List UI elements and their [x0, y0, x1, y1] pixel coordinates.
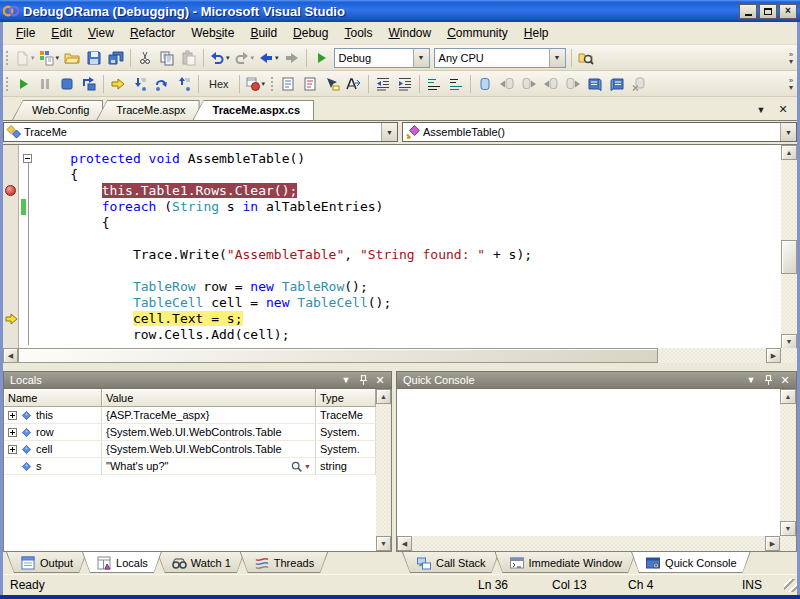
new-item-button[interactable]: ▾ — [12, 47, 37, 69]
paste-button[interactable] — [178, 47, 200, 69]
locals-vertical-scrollbar[interactable]: ▲ ▼ — [376, 389, 391, 551]
quick-console-output[interactable]: ▲ ▼ ◀ ▶ — [396, 389, 797, 552]
menu-debug[interactable]: Debug — [285, 23, 336, 43]
next-bookmark-in-document-button[interactable] — [606, 73, 628, 95]
scroll-down-icon[interactable]: ▼ — [780, 521, 796, 536]
stop-debugging-button[interactable] — [56, 73, 78, 95]
restart-button[interactable] — [78, 73, 100, 95]
dropdown-arrow-icon[interactable]: ▼ — [381, 123, 397, 141]
redo-button[interactable]: ▾ — [232, 47, 257, 69]
window-position-icon[interactable]: ▼ — [339, 373, 353, 387]
collapse-region-icon[interactable] — [23, 154, 32, 163]
previous-bookmark-in-document-button[interactable] — [584, 73, 606, 95]
column-header-type[interactable]: Type — [316, 389, 376, 407]
step-into-button[interactable] — [129, 73, 151, 95]
display-member-list-button[interactable] — [277, 73, 299, 95]
comment-selection-button[interactable] — [423, 73, 445, 95]
scrollbar-track[interactable] — [397, 536, 780, 551]
tool-tab-quick-console[interactable]: Quick Console — [631, 552, 751, 573]
locals-row-this[interactable]: this{ASP.TraceMe_aspx}TraceMe — [4, 407, 376, 424]
scrollbar-thumb[interactable] — [18, 348, 658, 363]
menu-tools[interactable]: Tools — [336, 23, 380, 43]
menu-window[interactable]: Window — [380, 23, 439, 43]
show-next-statement-button[interactable] — [107, 73, 129, 95]
menu-file[interactable]: File — [8, 23, 43, 43]
display-quick-info-button[interactable] — [321, 73, 343, 95]
break-all-button[interactable] — [34, 73, 56, 95]
close-button[interactable]: × — [779, 4, 797, 19]
breakpoint-icon[interactable] — [5, 185, 16, 196]
expand-icon[interactable] — [8, 411, 17, 420]
scroll-right-icon[interactable]: ▶ — [766, 348, 781, 363]
active-files-dropdown-icon[interactable]: ▼ — [754, 105, 768, 115]
console-horizontal-scrollbar[interactable]: ◀ ▶ — [397, 536, 780, 551]
find-in-files-button[interactable] — [575, 47, 597, 69]
tool-tab-locals[interactable]: Locals — [82, 552, 162, 573]
expand-icon[interactable] — [8, 445, 17, 454]
scroll-up-icon[interactable]: ▲ — [780, 389, 796, 404]
members-combobox[interactable]: AssembleTable() ▼ — [402, 122, 797, 142]
scroll-down-icon[interactable]: ▼ — [781, 334, 797, 349]
tool-tab-threads[interactable]: Threads — [240, 552, 328, 573]
scroll-left-icon[interactable]: ◀ — [397, 536, 412, 551]
toggle-bookmark-button[interactable] — [474, 73, 496, 95]
menu-view[interactable]: View — [80, 23, 122, 43]
close-panel-icon[interactable]: ✕ — [373, 373, 387, 387]
breakpoints-window-button[interactable]: ▾ — [243, 73, 268, 95]
close-panel-icon[interactable]: ✕ — [778, 373, 792, 387]
scroll-left-icon[interactable]: ◀ — [3, 348, 18, 363]
maximize-button[interactable] — [759, 4, 777, 19]
navigate-forward-button[interactable] — [281, 47, 303, 69]
locals-row-row[interactable]: row{System.Web.UI.WebControls.TableSyste… — [4, 424, 376, 441]
clear-bookmarks-button[interactable] — [628, 73, 650, 95]
tool-tab-watch-1[interactable]: Watch 1 — [157, 552, 245, 573]
menu-refactor[interactable]: Refactor — [122, 23, 183, 43]
increase-indent-button[interactable] — [394, 73, 416, 95]
hex-button[interactable]: Hex — [202, 73, 236, 95]
step-out-button[interactable] — [173, 73, 195, 95]
solution-platforms-combo[interactable]: Any CPU▼ — [434, 48, 566, 68]
editor-vertical-scrollbar[interactable]: ▲ ▼ — [781, 145, 797, 349]
menu-community[interactable]: Community — [439, 23, 516, 43]
display-word-completion-button[interactable] — [343, 73, 365, 95]
dropdown-arrow-icon[interactable]: ▼ — [549, 49, 565, 67]
document-tab-traceme.aspx.cs[interactable]: TraceMe.aspx.cs — [193, 100, 314, 120]
dropdown-arrow-icon[interactable]: ▼ — [780, 123, 796, 141]
toolbar-grip[interactable] — [5, 76, 9, 92]
locals-row-cell[interactable]: cell{System.Web.UI.WebControls.TableSyst… — [4, 441, 376, 458]
open-file-button[interactable] — [61, 47, 83, 69]
save-button[interactable] — [83, 47, 105, 69]
auto-hide-pin-icon[interactable] — [356, 373, 370, 387]
tool-tab-immediate-window[interactable]: Immediate Window — [495, 552, 637, 573]
undo-button[interactable]: ▾ — [207, 47, 232, 69]
console-vertical-scrollbar[interactable]: ▲ ▼ — [780, 389, 796, 536]
code-folding-margin[interactable] — [20, 145, 37, 349]
window-position-icon[interactable]: ▼ — [744, 373, 758, 387]
toolbar-overflow-button[interactable]: »▾ — [784, 51, 798, 65]
toolbar-grip[interactable] — [5, 50, 9, 66]
breakpoint-margin[interactable] — [3, 145, 19, 349]
quick-console-titlebar[interactable]: Quick Console ▼ ✕ — [396, 371, 797, 389]
locals-panel-titlebar[interactable]: Locals ▼ ✕ — [3, 371, 392, 389]
start-debugging-button[interactable] — [310, 47, 332, 69]
solution-configurations-combo[interactable]: Debug▼ — [334, 48, 430, 68]
code-text-area[interactable]: protected void AssembleTable() { this.Ta… — [37, 145, 780, 349]
previous-bookmark-button[interactable] — [496, 73, 518, 95]
expand-icon[interactable] — [8, 428, 17, 437]
scroll-right-icon[interactable]: ▶ — [765, 536, 780, 551]
visualizer-dropdown-icon[interactable]: ▼ — [304, 463, 311, 470]
scroll-up-icon[interactable]: ▲ — [376, 389, 391, 404]
next-bookmark-button[interactable] — [518, 73, 540, 95]
document-tab-traceme.aspx[interactable]: TraceMe.aspx — [96, 100, 199, 120]
navigate-backward-button[interactable]: ▾ — [256, 47, 281, 69]
document-tab-web.config[interactable]: Web.Config — [12, 100, 103, 120]
column-header-name[interactable]: Name — [4, 389, 102, 407]
auto-hide-pin-icon[interactable] — [761, 373, 775, 387]
minimize-button[interactable] — [739, 4, 757, 19]
dropdown-arrow-icon[interactable]: ▼ — [413, 49, 429, 67]
next-bookmark-in-folder-button[interactable] — [562, 73, 584, 95]
magnifier-icon[interactable]: ▼ — [290, 460, 311, 473]
previous-bookmark-in-folder-button[interactable] — [540, 73, 562, 95]
close-document-icon[interactable]: ✕ — [776, 103, 790, 116]
editor-horizontal-scrollbar[interactable]: ◀ ▶ — [3, 348, 781, 363]
